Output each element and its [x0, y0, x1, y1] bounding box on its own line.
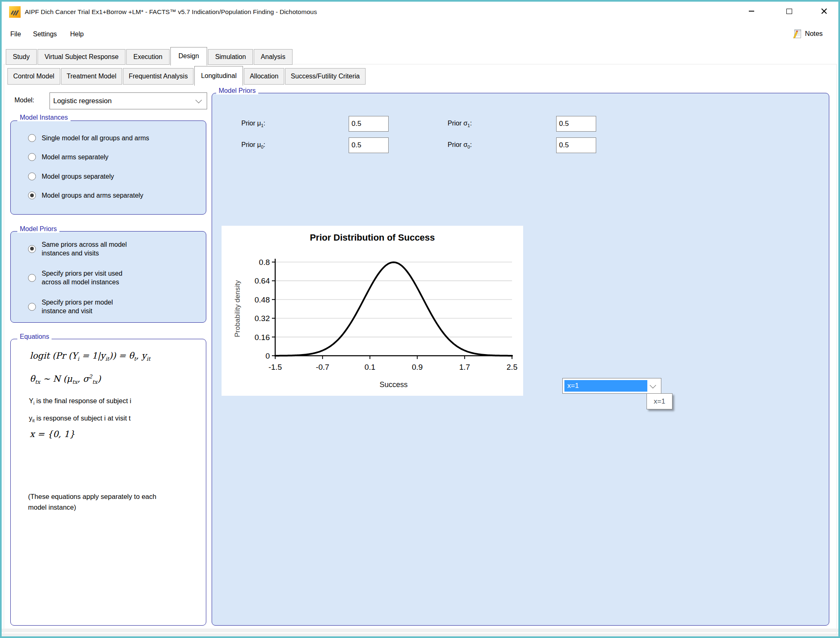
app-icon — [9, 6, 21, 18]
chevron-down-icon — [650, 382, 656, 389]
svg-text:0.9: 0.9 — [412, 363, 422, 371]
prior-sigma0-label: Prior σ0: — [448, 141, 472, 149]
chart-y-axis-label: Probability density — [234, 280, 242, 337]
main-tab-strip: Study Virtual Subject Response Execution… — [6, 47, 293, 65]
prior-sigma0-input[interactable] — [556, 137, 596, 153]
resize-strip — [2, 633, 838, 636]
tab-longitudinal[interactable]: Longitudinal — [194, 66, 243, 86]
prior-mu1-input[interactable] — [349, 116, 389, 132]
minimize-button[interactable] — [738, 2, 765, 21]
svg-text:0: 0 — [265, 352, 270, 360]
menu-item-help[interactable]: Help — [70, 31, 84, 38]
svg-text:0.1: 0.1 — [364, 363, 375, 371]
notes-icon — [791, 28, 802, 39]
svg-text:-1.5: -1.5 — [269, 363, 282, 371]
tab-success-futility-criteria[interactable]: Success/Futility Criteria — [285, 68, 366, 85]
equation-theta-prior: θtx ∼ N (μtx, σ2tx) — [30, 373, 101, 385]
radio-single-model[interactable]: Single model for all groups and arms — [28, 134, 149, 142]
radio-icon — [28, 191, 36, 199]
svg-text:0.64: 0.64 — [255, 276, 270, 285]
equation-note-y: Yi is the final response of subject i — [29, 397, 131, 406]
equation-note-yit: yit is response of subject i at visit t — [29, 414, 131, 423]
tab-execution[interactable]: Execution — [126, 49, 169, 65]
svg-text:2.5: 2.5 — [507, 363, 517, 371]
tab-frequentist-analysis[interactable]: Frequentist Analysis — [123, 68, 193, 85]
radio-icon — [28, 303, 36, 311]
maximize-icon — [786, 9, 792, 14]
model-priors-panel-title: Model Priors — [216, 87, 258, 95]
minimize-icon — [749, 11, 754, 12]
model-select[interactable]: Logistic regression — [50, 92, 207, 109]
close-button[interactable] — [810, 2, 838, 21]
tab-virtual-subject-response[interactable]: Virtual Subject Response — [38, 49, 125, 65]
radio-icon — [28, 134, 36, 142]
svg-text:0.32: 0.32 — [255, 314, 270, 323]
tab-study[interactable]: Study — [6, 49, 37, 65]
svg-text:0.48: 0.48 — [255, 295, 270, 304]
radio-same-priors[interactable]: Same priors across all modelinstances an… — [28, 240, 127, 258]
radio-icon — [28, 245, 36, 253]
prior-mu0-input[interactable] — [349, 137, 389, 153]
prior-sigma1-input[interactable] — [556, 116, 596, 132]
equation-logit: logit (Pr (Yi = 1|yit)) = θt, yit — [30, 351, 150, 362]
svg-text:0.8: 0.8 — [259, 258, 270, 267]
radio-icon — [28, 274, 36, 282]
prior-sigma1-label: Prior σ1: — [448, 120, 472, 128]
radio-model-groups-and-arms-separately[interactable]: Model groups and arms separately — [28, 191, 143, 200]
design-tab-strip: Control Model Treatment Model Frequentis… — [7, 65, 366, 85]
equation-x-domain: x = {0, 1} — [30, 429, 75, 439]
tab-treatment-model[interactable]: Treatment Model — [61, 68, 122, 85]
prior-distribution-chart: 00.160.320.480.640.8-1.5-0.70.10.91.72.5 — [222, 226, 523, 396]
tab-control-model[interactable]: Control Model — [7, 68, 60, 85]
visit-combobox[interactable]: x=1 — [562, 378, 661, 394]
equations-footnote: (These equations apply separately to eac… — [28, 491, 170, 513]
tab-analysis[interactable]: Analysis — [254, 49, 293, 65]
prior-mu0-label: Prior μ0: — [241, 141, 265, 149]
model-label: Model: — [14, 97, 34, 104]
model-priors-left-title: Model Priors — [17, 225, 59, 233]
svg-text:-0.7: -0.7 — [316, 363, 329, 371]
svg-text:1.7: 1.7 — [459, 363, 470, 371]
prior-mu1-label: Prior μ1: — [241, 120, 265, 128]
window-title: AIPF Dich Cancer Trial Ex1+Borrow +LM* -… — [25, 8, 317, 16]
model-select-value: Logistic regression — [50, 97, 196, 105]
chart-canvas: 00.160.320.480.640.8-1.5-0.70.10.91.72.5 — [222, 226, 523, 396]
svg-text:0.16: 0.16 — [255, 333, 270, 342]
tab-design[interactable]: Design — [170, 47, 208, 66]
chevron-down-icon — [196, 97, 202, 104]
notes-button[interactable]: Notes — [791, 28, 823, 39]
tab-simulation[interactable]: Simulation — [208, 49, 253, 65]
chart-title: Prior Distribution of Success — [222, 232, 523, 243]
maximize-button[interactable] — [776, 2, 803, 21]
radio-icon — [28, 153, 36, 161]
status-strip — [2, 629, 838, 632]
equations-title: Equations — [17, 333, 52, 340]
title-bar[interactable]: AIPF Dich Cancer Trial Ex1+Borrow +LM* -… — [2, 2, 838, 21]
chart-x-axis-label: Success — [275, 380, 512, 389]
radio-priors-per-instance-visit[interactable]: Specify priors per modelinstance and vis… — [28, 298, 113, 316]
visit-tooltip: x=1 — [647, 393, 672, 409]
radio-priors-per-visit[interactable]: Specify priors per visit usedacross all … — [28, 269, 123, 287]
radio-icon — [28, 172, 36, 180]
radio-model-arms-separately[interactable]: Model arms separately — [28, 153, 109, 161]
menu-item-settings[interactable]: Settings — [33, 31, 57, 38]
tab-allocation[interactable]: Allocation — [244, 68, 284, 85]
notes-label: Notes — [805, 30, 823, 38]
combobox-selected-value: x=1 — [564, 380, 647, 392]
radio-model-groups-separately[interactable]: Model groups separately — [28, 172, 114, 181]
close-icon — [821, 8, 827, 14]
menu-bar: File Settings Help Notes — [2, 21, 838, 48]
menu-item-file[interactable]: File — [10, 31, 21, 38]
model-instances-title: Model Instances — [17, 114, 71, 121]
